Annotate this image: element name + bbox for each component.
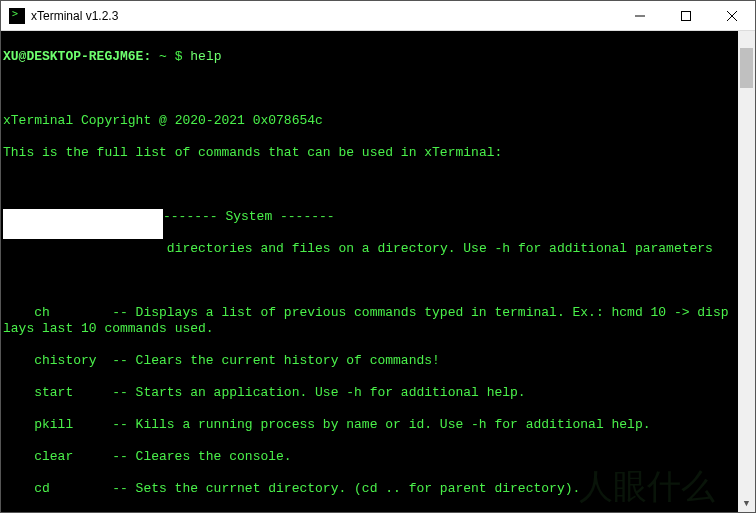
- terminal-area[interactable]: XU@DESKTOP-REGJM6E: ~ $ help xTerminal C…: [1, 31, 755, 512]
- scroll-track[interactable]: [738, 48, 755, 495]
- redacted-block: [3, 209, 163, 239]
- prompt-path: ~: [151, 49, 174, 64]
- terminal-content: XU@DESKTOP-REGJM6E: ~ $ help xTerminal C…: [3, 33, 736, 510]
- prompt-user-host: XU@DESKTOP-REGJM6E:: [3, 49, 151, 64]
- scrollbar[interactable]: ▲ ▼: [738, 31, 755, 512]
- typed-command: help: [190, 49, 221, 64]
- help-row: ch-- Displays a list of previous command…: [3, 305, 736, 337]
- help-row: pkill-- Kills a running process by name …: [3, 417, 736, 433]
- section-header: ------- System -------: [163, 209, 335, 224]
- help-row: clear-- Cleares the console.: [3, 449, 736, 465]
- maximize-button[interactable]: [663, 1, 709, 31]
- app-window: xTerminal v1.2.3 XU@DESKTOP-REGJM6E: ~ $…: [0, 0, 756, 513]
- help-row: start-- Starts an application. Use -h fo…: [3, 385, 736, 401]
- copyright-line: xTerminal Copyright @ 2020-2021 0x078654…: [3, 113, 736, 129]
- window-title: xTerminal v1.2.3: [31, 9, 617, 23]
- help-row: cd-- Sets the currnet directory. (cd .. …: [3, 481, 736, 497]
- titlebar[interactable]: xTerminal v1.2.3: [1, 1, 755, 31]
- scroll-thumb[interactable]: [740, 48, 753, 88]
- close-button[interactable]: [709, 1, 755, 31]
- prompt-symbol: $: [175, 49, 183, 64]
- svg-rect-1: [682, 11, 691, 20]
- intro-line: This is the full list of commands that c…: [3, 145, 736, 161]
- redacted-tail: directories and files on a directory. Us…: [159, 241, 713, 256]
- app-icon: [9, 8, 25, 24]
- scroll-down-arrow-icon[interactable]: ▼: [738, 495, 755, 512]
- minimize-button[interactable]: [617, 1, 663, 31]
- help-row: chistory-- Clears the current history of…: [3, 353, 736, 369]
